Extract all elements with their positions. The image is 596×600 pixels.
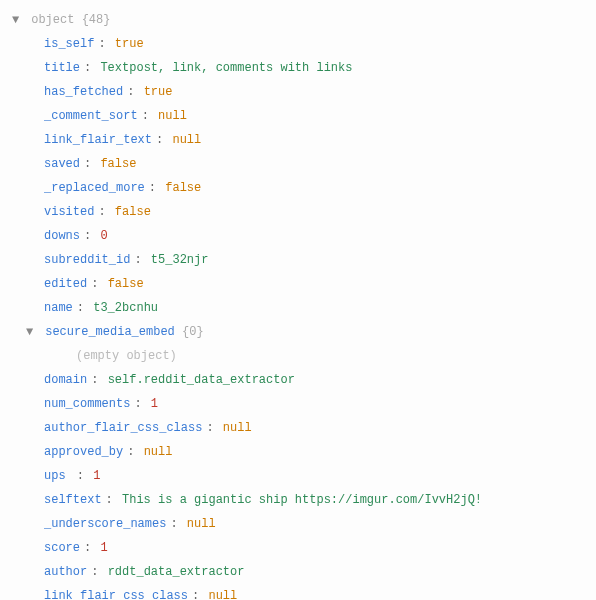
- type-label: object: [31, 13, 74, 27]
- prop-value: false: [165, 181, 201, 195]
- nested-object-row[interactable]: ▼ secure_media_embed {0}: [4, 320, 592, 344]
- prop-row[interactable]: downs: 0: [4, 224, 592, 248]
- prop-key: name: [44, 301, 73, 315]
- prop-row[interactable]: _replaced_more: false: [4, 176, 592, 200]
- prop-row[interactable]: link_flair_text: null: [4, 128, 592, 152]
- prop-key: is_self: [44, 37, 94, 51]
- prop-row[interactable]: title: Textpost, link, comments with lin…: [4, 56, 592, 80]
- prop-key: _underscore_names: [44, 517, 166, 531]
- prop-key: subreddit_id: [44, 253, 130, 267]
- prop-value: 1: [100, 541, 107, 555]
- prop-key: _comment_sort: [44, 109, 138, 123]
- prop-key: link_flair_css_class: [44, 589, 188, 600]
- prop-value: t5_32njr: [151, 253, 209, 267]
- prop-row[interactable]: _comment_sort: null: [4, 104, 592, 128]
- prop-key: ups: [44, 469, 73, 483]
- prop-key: has_fetched: [44, 85, 123, 99]
- prop-value: This is a gigantic ship https://imgur.co…: [122, 493, 482, 507]
- empty-object-row: (empty object): [4, 344, 592, 368]
- prop-key: link_flair_text: [44, 133, 152, 147]
- prop-value: null: [172, 133, 201, 147]
- prop-key: score: [44, 541, 80, 555]
- prop-key: author: [44, 565, 87, 579]
- prop-value: null: [208, 589, 237, 600]
- prop-value: null: [223, 421, 252, 435]
- prop-row[interactable]: domain: self.reddit_data_extractor: [4, 368, 592, 392]
- prop-value: null: [187, 517, 216, 531]
- prop-count: {0}: [182, 325, 204, 339]
- prop-value: null: [144, 445, 173, 459]
- prop-key: approved_by: [44, 445, 123, 459]
- prop-row[interactable]: selftext: This is a gigantic ship https:…: [4, 488, 592, 512]
- prop-row[interactable]: saved: false: [4, 152, 592, 176]
- prop-row[interactable]: visited: false: [4, 200, 592, 224]
- prop-row[interactable]: is_self: true: [4, 32, 592, 56]
- prop-key: _replaced_more: [44, 181, 145, 195]
- prop-value: t3_2bcnhu: [93, 301, 158, 315]
- prop-row[interactable]: link_flair_css_class: null: [4, 584, 592, 600]
- prop-key: title: [44, 61, 80, 75]
- prop-row[interactable]: ups : 1: [4, 464, 592, 488]
- collapse-toggle[interactable]: ▼: [12, 11, 24, 29]
- prop-key: selftext: [44, 493, 102, 507]
- prop-row[interactable]: name: t3_2bcnhu: [4, 296, 592, 320]
- prop-value: self.reddit_data_extractor: [108, 373, 295, 387]
- prop-key: edited: [44, 277, 87, 291]
- prop-count: {48}: [82, 13, 111, 27]
- prop-key: num_comments: [44, 397, 130, 411]
- prop-row[interactable]: num_comments: 1: [4, 392, 592, 416]
- empty-object-label: (empty object): [76, 349, 177, 363]
- prop-row[interactable]: has_fetched: true: [4, 80, 592, 104]
- prop-value: rddt_data_extractor: [108, 565, 245, 579]
- prop-value: false: [115, 205, 151, 219]
- prop-row[interactable]: approved_by: null: [4, 440, 592, 464]
- prop-value: 1: [151, 397, 158, 411]
- prop-value: true: [144, 85, 173, 99]
- prop-row[interactable]: score: 1: [4, 536, 592, 560]
- prop-row[interactable]: author_flair_css_class: null: [4, 416, 592, 440]
- prop-key: author_flair_css_class: [44, 421, 202, 435]
- prop-value: 0: [100, 229, 107, 243]
- prop-value: false: [108, 277, 144, 291]
- prop-key: visited: [44, 205, 94, 219]
- prop-row[interactable]: _underscore_names: null: [4, 512, 592, 536]
- collapse-toggle[interactable]: ▼: [26, 323, 38, 341]
- prop-value: false: [100, 157, 136, 171]
- prop-row[interactable]: edited: false: [4, 272, 592, 296]
- prop-value: true: [115, 37, 144, 51]
- prop-row[interactable]: subreddit_id: t5_32njr: [4, 248, 592, 272]
- prop-value: null: [158, 109, 187, 123]
- prop-key: saved: [44, 157, 80, 171]
- prop-row[interactable]: author: rddt_data_extractor: [4, 560, 592, 584]
- prop-value: Textpost, link, comments with links: [100, 61, 352, 75]
- json-tree: ▼ object {48}is_self: truetitle: Textpos…: [4, 8, 592, 600]
- prop-key: downs: [44, 229, 80, 243]
- prop-key: secure_media_embed: [45, 325, 175, 339]
- prop-value: 1: [93, 469, 100, 483]
- prop-key: domain: [44, 373, 87, 387]
- object-root[interactable]: ▼ object {48}: [4, 8, 592, 32]
